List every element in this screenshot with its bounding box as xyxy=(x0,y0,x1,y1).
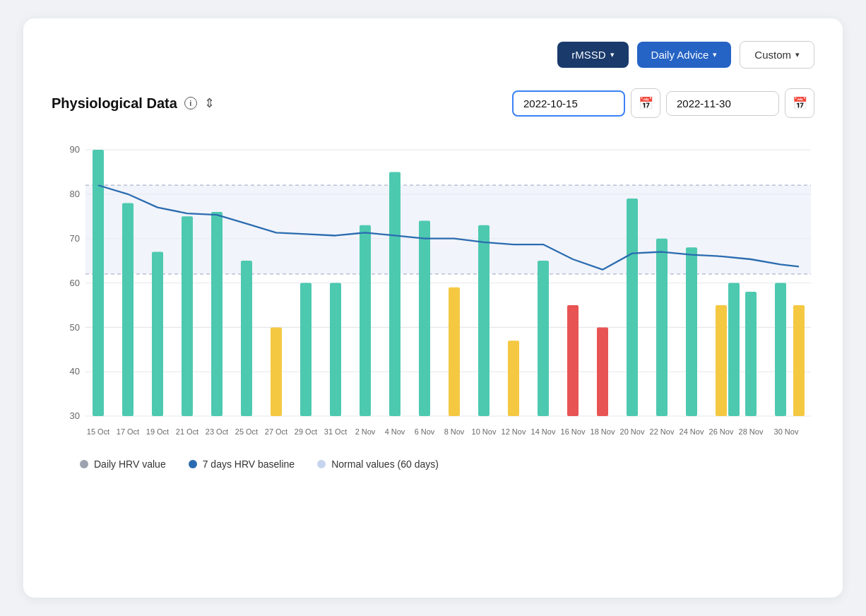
svg-text:14 Nov: 14 Nov xyxy=(531,427,556,436)
main-card: rMSSD ▾ Daily Advice ▾ Custom ▾ Physiolo… xyxy=(23,18,843,598)
date-controls: 📅 📅 xyxy=(512,88,814,118)
custom-button[interactable]: Custom ▾ xyxy=(740,41,814,69)
svg-text:29 Oct: 29 Oct xyxy=(295,427,318,436)
bar-13 xyxy=(478,225,490,416)
svg-text:80: 80 xyxy=(70,189,80,199)
svg-text:27 Oct: 27 Oct xyxy=(265,427,288,436)
custom-chevron-icon: ▾ xyxy=(795,50,800,59)
svg-text:22 Nov: 22 Nov xyxy=(650,427,675,436)
legend-label-baseline: 7 days HRV baseline xyxy=(203,458,295,470)
bar-15 xyxy=(538,261,549,416)
bar-21 xyxy=(716,305,727,416)
end-date-input[interactable] xyxy=(666,91,779,116)
legend-item-normal: Normal values (60 days) xyxy=(317,458,439,470)
chart-area: 90 80 70 60 50 40 30 xyxy=(52,135,814,446)
bar-9 xyxy=(360,225,371,416)
rmssd-chevron-icon: ▾ xyxy=(610,50,615,59)
bar-7 xyxy=(300,283,312,417)
split-icon[interactable]: ⇕ xyxy=(204,95,215,111)
svg-text:70: 70 xyxy=(70,233,80,244)
svg-text:60: 60 xyxy=(70,277,80,288)
daily-advice-label: Daily Advice xyxy=(651,49,709,61)
bar-10 xyxy=(389,172,401,416)
bar-18 xyxy=(627,199,638,416)
bar-4 xyxy=(211,212,223,416)
legend-label-daily: Daily HRV value xyxy=(94,458,166,470)
svg-text:25 Oct: 25 Oct xyxy=(235,427,259,436)
svg-text:20 Nov: 20 Nov xyxy=(620,427,645,436)
daily-advice-button[interactable]: Daily Advice ▾ xyxy=(637,42,732,68)
bar-2 xyxy=(152,252,163,417)
svg-text:16 Nov: 16 Nov xyxy=(561,427,586,436)
rmssd-label: rMSSD xyxy=(571,49,605,61)
svg-text:12 Nov: 12 Nov xyxy=(502,427,526,436)
svg-text:15 Oct: 15 Oct xyxy=(87,427,110,436)
legend-item-baseline: 7 days HRV baseline xyxy=(189,458,295,470)
svg-text:8 Nov: 8 Nov xyxy=(444,427,465,436)
svg-text:30 Nov: 30 Nov xyxy=(774,427,799,436)
svg-text:23 Oct: 23 Oct xyxy=(206,427,229,436)
legend-dot-baseline xyxy=(189,460,197,468)
top-bar: rMSSD ▾ Daily Advice ▾ Custom ▾ xyxy=(52,41,814,69)
svg-text:28 Nov: 28 Nov xyxy=(739,427,764,436)
legend-dot-daily xyxy=(80,460,88,468)
svg-text:17 Oct: 17 Oct xyxy=(117,427,140,436)
bar-6 xyxy=(271,327,282,416)
svg-text:24 Nov: 24 Nov xyxy=(680,427,704,436)
bar-8 xyxy=(330,283,341,417)
svg-text:30: 30 xyxy=(70,410,80,421)
bar-20 xyxy=(686,247,697,416)
legend-label-normal: Normal values (60 days) xyxy=(331,458,439,470)
rmssd-button[interactable]: rMSSD ▾ xyxy=(557,42,628,68)
svg-text:18 Nov: 18 Nov xyxy=(591,427,615,436)
page-title: Physiological Data xyxy=(52,95,177,112)
svg-text:21 Oct: 21 Oct xyxy=(176,427,199,436)
legend: Daily HRV value 7 days HRV baseline Norm… xyxy=(52,458,814,470)
info-icon[interactable]: i xyxy=(184,97,197,109)
title-group: Physiological Data i ⇕ xyxy=(52,95,215,112)
svg-text:4 Nov: 4 Nov xyxy=(385,427,405,436)
svg-text:90: 90 xyxy=(70,144,80,155)
bar-12 xyxy=(449,288,460,416)
bar-19 xyxy=(656,239,668,416)
bar-21b xyxy=(728,283,740,417)
bar-0 xyxy=(93,150,104,416)
bar-5 xyxy=(241,261,252,416)
svg-text:10 Nov: 10 Nov xyxy=(472,427,497,436)
bar-17 xyxy=(597,327,608,416)
svg-text:6 Nov: 6 Nov xyxy=(415,427,435,436)
chart-svg: 90 80 70 60 50 40 30 xyxy=(52,135,814,446)
bar-11 xyxy=(419,221,430,417)
bar-24 xyxy=(793,305,805,416)
svg-text:2 Nov: 2 Nov xyxy=(355,427,376,436)
bar-16 xyxy=(567,305,579,416)
svg-text:26 Nov: 26 Nov xyxy=(709,427,734,436)
custom-label: Custom xyxy=(754,49,791,61)
svg-text:50: 50 xyxy=(70,321,80,332)
legend-dot-normal xyxy=(317,460,326,468)
svg-text:40: 40 xyxy=(70,366,80,377)
legend-item-daily: Daily HRV value xyxy=(80,458,166,470)
svg-rect-15 xyxy=(85,185,811,274)
bar-3 xyxy=(182,216,193,416)
header-row: Physiological Data i ⇕ 📅 📅 xyxy=(52,88,814,118)
end-calendar-icon: 📅 xyxy=(793,96,807,111)
svg-text:31 Oct: 31 Oct xyxy=(324,427,348,436)
daily-advice-chevron-icon: ▾ xyxy=(713,50,717,59)
end-calendar-button[interactable]: 📅 xyxy=(785,88,814,118)
start-date-input[interactable] xyxy=(512,90,625,117)
bar-23 xyxy=(775,283,786,417)
svg-text:19 Oct: 19 Oct xyxy=(146,427,170,436)
bar-22 xyxy=(745,292,757,416)
bar-1 xyxy=(122,203,134,416)
start-calendar-icon: 📅 xyxy=(639,96,653,111)
start-calendar-button[interactable]: 📅 xyxy=(631,88,660,118)
bar-14 xyxy=(508,340,519,416)
